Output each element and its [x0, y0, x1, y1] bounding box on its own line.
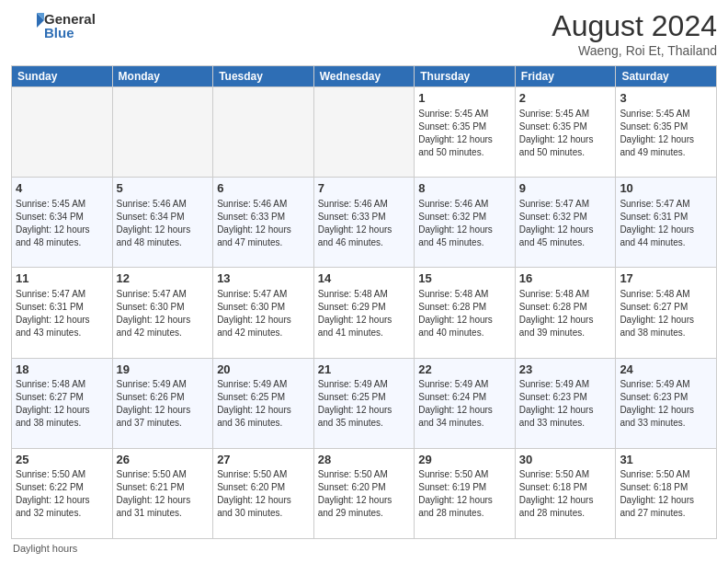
day-number: 2 — [519, 90, 612, 107]
table-row: 17Sunrise: 5:48 AM Sunset: 6:27 PM Dayli… — [616, 268, 717, 358]
calendar-row: 1Sunrise: 5:45 AM Sunset: 6:35 PM Daylig… — [12, 87, 717, 178]
table-row: 25Sunrise: 5:50 AM Sunset: 6:22 PM Dayli… — [12, 448, 113, 538]
table-row: 6Sunrise: 5:46 AM Sunset: 6:33 PM Daylig… — [213, 178, 314, 268]
calendar-row: 4Sunrise: 5:45 AM Sunset: 6:34 PM Daylig… — [12, 178, 717, 268]
day-info: Sunrise: 5:47 AM Sunset: 6:30 PM Dayligh… — [217, 288, 310, 339]
table-row: 26Sunrise: 5:50 AM Sunset: 6:21 PM Dayli… — [112, 448, 213, 538]
day-info: Sunrise: 5:48 AM Sunset: 6:29 PM Dayligh… — [318, 288, 411, 339]
month-title: August 2024 — [552, 9, 717, 43]
day-info: Sunrise: 5:45 AM Sunset: 6:35 PM Dayligh… — [418, 108, 511, 159]
day-number: 30 — [519, 452, 612, 468]
day-info: Sunrise: 5:48 AM Sunset: 6:27 PM Dayligh… — [620, 288, 712, 339]
day-number: 23 — [519, 362, 612, 378]
table-row: 28Sunrise: 5:50 AM Sunset: 6:20 PM Dayli… — [313, 448, 415, 538]
day-info: Sunrise: 5:45 AM Sunset: 6:34 PM Dayligh… — [16, 198, 108, 249]
table-row: 5Sunrise: 5:46 AM Sunset: 6:34 PM Daylig… — [112, 178, 213, 268]
logo-text: General Blue — [44, 12, 96, 40]
day-info: Sunrise: 5:48 AM Sunset: 6:28 PM Dayligh… — [418, 288, 511, 339]
day-info: Sunrise: 5:49 AM Sunset: 6:24 PM Dayligh… — [418, 378, 511, 430]
logo: General Blue — [11, 9, 96, 42]
day-info: Sunrise: 5:50 AM Sunset: 6:22 PM Dayligh… — [16, 468, 108, 520]
day-number: 28 — [318, 452, 411, 468]
table-row — [313, 87, 415, 178]
day-number: 29 — [418, 452, 511, 468]
col-tuesday: Tuesday — [213, 66, 314, 87]
day-number: 14 — [318, 270, 411, 287]
day-number: 21 — [318, 362, 411, 378]
table-row: 16Sunrise: 5:48 AM Sunset: 6:28 PM Dayli… — [515, 268, 616, 358]
table-row: 21Sunrise: 5:49 AM Sunset: 6:25 PM Dayli… — [313, 358, 415, 448]
day-number: 15 — [418, 270, 511, 287]
day-number: 20 — [217, 362, 310, 378]
day-info: Sunrise: 5:46 AM Sunset: 6:33 PM Dayligh… — [318, 198, 411, 249]
calendar-row: 25Sunrise: 5:50 AM Sunset: 6:22 PM Dayli… — [12, 448, 717, 538]
table-row: 30Sunrise: 5:50 AM Sunset: 6:18 PM Dayli… — [515, 448, 616, 538]
location: Waeng, Roi Et, Thailand — [552, 43, 717, 58]
day-number: 6 — [217, 180, 310, 197]
table-row: 7Sunrise: 5:46 AM Sunset: 6:33 PM Daylig… — [313, 178, 415, 268]
logo-icon — [11, 9, 44, 42]
footer-note: Daylight hours — [11, 543, 717, 554]
day-number: 7 — [318, 180, 411, 197]
day-number: 9 — [519, 180, 612, 197]
col-sunday: Sunday — [12, 66, 113, 87]
day-info: Sunrise: 5:46 AM Sunset: 6:32 PM Dayligh… — [418, 198, 511, 249]
day-info: Sunrise: 5:45 AM Sunset: 6:35 PM Dayligh… — [620, 108, 712, 159]
day-number: 11 — [16, 270, 108, 287]
day-info: Sunrise: 5:50 AM Sunset: 6:20 PM Dayligh… — [318, 468, 411, 520]
col-saturday: Saturday — [616, 66, 717, 87]
day-info: Sunrise: 5:50 AM Sunset: 6:18 PM Dayligh… — [519, 468, 612, 520]
day-number: 26 — [117, 452, 210, 468]
day-info: Sunrise: 5:49 AM Sunset: 6:26 PM Dayligh… — [117, 378, 210, 430]
day-info: Sunrise: 5:47 AM Sunset: 6:31 PM Dayligh… — [620, 198, 712, 249]
day-number: 19 — [117, 362, 210, 378]
calendar-row: 11Sunrise: 5:47 AM Sunset: 6:31 PM Dayli… — [12, 268, 717, 358]
table-row: 4Sunrise: 5:45 AM Sunset: 6:34 PM Daylig… — [12, 178, 113, 268]
day-number: 24 — [620, 362, 712, 378]
day-number: 31 — [620, 452, 712, 468]
table-row: 11Sunrise: 5:47 AM Sunset: 6:31 PM Dayli… — [12, 268, 113, 358]
day-info: Sunrise: 5:50 AM Sunset: 6:20 PM Dayligh… — [217, 468, 310, 520]
table-row: 2Sunrise: 5:45 AM Sunset: 6:35 PM Daylig… — [515, 87, 616, 178]
table-row: 10Sunrise: 5:47 AM Sunset: 6:31 PM Dayli… — [616, 178, 717, 268]
calendar-table: Sunday Monday Tuesday Wednesday Thursday… — [11, 65, 717, 539]
header-row: Sunday Monday Tuesday Wednesday Thursday… — [12, 66, 717, 87]
title-area: August 2024 Waeng, Roi Et, Thailand — [552, 9, 717, 58]
day-info: Sunrise: 5:49 AM Sunset: 6:25 PM Dayligh… — [217, 378, 310, 430]
table-row: 14Sunrise: 5:48 AM Sunset: 6:29 PM Dayli… — [313, 268, 415, 358]
day-number: 3 — [620, 90, 712, 107]
col-wednesday: Wednesday — [313, 66, 415, 87]
day-info: Sunrise: 5:48 AM Sunset: 6:27 PM Dayligh… — [16, 378, 108, 430]
day-number: 12 — [117, 270, 210, 287]
table-row: 13Sunrise: 5:47 AM Sunset: 6:30 PM Dayli… — [213, 268, 314, 358]
col-thursday: Thursday — [415, 66, 516, 87]
day-info: Sunrise: 5:47 AM Sunset: 6:32 PM Dayligh… — [519, 198, 612, 249]
table-row: 12Sunrise: 5:47 AM Sunset: 6:30 PM Dayli… — [112, 268, 213, 358]
day-info: Sunrise: 5:47 AM Sunset: 6:31 PM Dayligh… — [16, 288, 108, 339]
day-info: Sunrise: 5:49 AM Sunset: 6:23 PM Dayligh… — [519, 378, 612, 430]
table-row: 23Sunrise: 5:49 AM Sunset: 6:23 PM Dayli… — [515, 358, 616, 448]
day-number: 4 — [16, 180, 108, 197]
day-info: Sunrise: 5:50 AM Sunset: 6:19 PM Dayligh… — [418, 468, 511, 520]
page: General Blue August 2024 Waeng, Roi Et, … — [0, 0, 728, 563]
table-row: 24Sunrise: 5:49 AM Sunset: 6:23 PM Dayli… — [616, 358, 717, 448]
day-number: 25 — [16, 452, 108, 468]
logo-general-text: General — [44, 12, 96, 26]
table-row: 15Sunrise: 5:48 AM Sunset: 6:28 PM Dayli… — [415, 268, 516, 358]
table-row — [213, 87, 314, 178]
day-number: 5 — [117, 180, 210, 197]
table-row: 20Sunrise: 5:49 AM Sunset: 6:25 PM Dayli… — [213, 358, 314, 448]
table-row: 22Sunrise: 5:49 AM Sunset: 6:24 PM Dayli… — [415, 358, 516, 448]
day-info: Sunrise: 5:46 AM Sunset: 6:33 PM Dayligh… — [217, 198, 310, 249]
calendar-row: 18Sunrise: 5:48 AM Sunset: 6:27 PM Dayli… — [12, 358, 717, 448]
day-info: Sunrise: 5:50 AM Sunset: 6:21 PM Dayligh… — [117, 468, 210, 520]
table-row: 9Sunrise: 5:47 AM Sunset: 6:32 PM Daylig… — [515, 178, 616, 268]
day-info: Sunrise: 5:46 AM Sunset: 6:34 PM Dayligh… — [117, 198, 210, 249]
day-info: Sunrise: 5:49 AM Sunset: 6:25 PM Dayligh… — [318, 378, 411, 430]
day-number: 10 — [620, 180, 712, 197]
table-row — [112, 87, 213, 178]
day-number: 22 — [418, 362, 511, 378]
day-info: Sunrise: 5:49 AM Sunset: 6:23 PM Dayligh… — [620, 378, 712, 430]
day-number: 13 — [217, 270, 310, 287]
col-friday: Friday — [515, 66, 616, 87]
